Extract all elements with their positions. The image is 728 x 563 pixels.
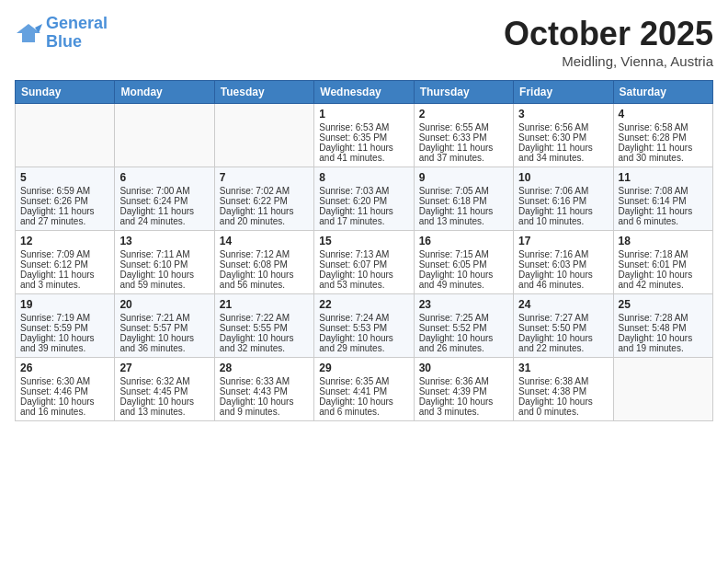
day-info-line: Daylight: 11 hours <box>419 143 508 153</box>
day-number: 27 <box>119 362 209 374</box>
day-info-line: Sunrise: 7:09 AM <box>20 249 109 259</box>
day-info-line: Sunrise: 6:32 AM <box>119 376 209 386</box>
day-info-line: and 39 minutes. <box>20 343 109 353</box>
day-info-line: Sunset: 4:43 PM <box>220 386 309 396</box>
calendar-cell: 14Sunrise: 7:12 AMSunset: 6:08 PMDayligh… <box>214 231 313 294</box>
day-info-line: and 24 minutes. <box>119 216 209 226</box>
logo-bird-icon <box>15 20 42 46</box>
calendar-cell: 27Sunrise: 6:32 AMSunset: 4:45 PMDayligh… <box>115 358 214 421</box>
day-info-line: Sunrise: 7:13 AM <box>319 249 408 259</box>
day-number: 15 <box>319 235 408 247</box>
day-info-line: Sunset: 6:28 PM <box>619 132 708 143</box>
day-info-line: Sunset: 5:55 PM <box>220 323 309 333</box>
calendar-cell: 13Sunrise: 7:11 AMSunset: 6:10 PMDayligh… <box>115 231 214 294</box>
page-header: GeneralBlue October 2025 Meidling, Vienn… <box>15 15 713 69</box>
calendar-cell: 1Sunrise: 6:53 AMSunset: 6:35 PMDaylight… <box>314 104 414 167</box>
day-info-line: Daylight: 11 hours <box>518 206 608 216</box>
calendar-cell: 9Sunrise: 7:05 AMSunset: 6:18 PMDaylight… <box>414 167 513 231</box>
day-info-line: Sunset: 4:41 PM <box>319 386 408 396</box>
day-info-line: Sunset: 6:01 PM <box>619 259 708 270</box>
day-number: 11 <box>619 171 708 184</box>
day-info-line: Sunset: 6:26 PM <box>20 196 109 206</box>
day-info-line: and 49 minutes. <box>419 280 508 290</box>
day-info-line: Daylight: 10 hours <box>319 270 408 280</box>
day-info-line: Sunset: 6:08 PM <box>220 259 309 270</box>
day-number: 14 <box>220 235 309 247</box>
day-number: 5 <box>20 171 109 184</box>
day-info-line: Sunset: 6:07 PM <box>319 259 408 270</box>
calendar-cell: 5Sunrise: 6:59 AMSunset: 6:26 PMDaylight… <box>16 167 115 231</box>
day-info-line: Sunset: 4:46 PM <box>20 386 109 396</box>
day-info-line: Daylight: 10 hours <box>20 396 109 407</box>
calendar-cell: 3Sunrise: 6:56 AMSunset: 6:30 PMDaylight… <box>514 104 613 167</box>
day-number: 22 <box>319 298 408 311</box>
day-info-line: Sunset: 6:16 PM <box>518 196 608 206</box>
calendar-cell: 7Sunrise: 7:02 AMSunset: 6:22 PMDaylight… <box>214 167 313 231</box>
day-number: 19 <box>20 298 109 311</box>
day-info-line: Sunset: 6:12 PM <box>20 259 109 270</box>
calendar-cell <box>214 104 313 167</box>
day-info-line: Daylight: 10 hours <box>119 333 209 343</box>
day-info-line: Sunset: 5:48 PM <box>619 323 708 333</box>
day-number: 2 <box>419 108 508 121</box>
day-info-line: Daylight: 10 hours <box>319 333 408 343</box>
day-info-line: Sunrise: 7:05 AM <box>419 186 508 196</box>
calendar-cell: 10Sunrise: 7:06 AMSunset: 6:16 PMDayligh… <box>514 167 613 231</box>
day-info-line: Sunset: 6:20 PM <box>319 196 408 206</box>
calendar-cell: 4Sunrise: 6:58 AMSunset: 6:28 PMDaylight… <box>613 104 712 167</box>
calendar-cell: 26Sunrise: 6:30 AMSunset: 4:46 PMDayligh… <box>16 358 115 421</box>
calendar-cell <box>16 104 115 167</box>
day-info-line: Daylight: 10 hours <box>619 333 708 343</box>
day-info-line: and 20 minutes. <box>220 216 309 226</box>
week-row-1: 1Sunrise: 6:53 AMSunset: 6:35 PMDaylight… <box>16 104 713 167</box>
header-day-wednesday: Wednesday <box>314 81 414 104</box>
day-number: 17 <box>518 235 608 247</box>
day-number: 21 <box>220 298 309 311</box>
day-info-line: and 32 minutes. <box>220 343 309 353</box>
day-number: 16 <box>419 235 508 247</box>
day-info-line: Sunrise: 7:27 AM <box>518 313 608 323</box>
day-info-line: Sunset: 6:03 PM <box>518 259 608 270</box>
day-info-line: and 59 minutes. <box>119 280 209 290</box>
calendar-cell: 21Sunrise: 7:22 AMSunset: 5:55 PMDayligh… <box>214 294 313 358</box>
location: Meidling, Vienna, Austria <box>504 53 713 69</box>
day-number: 4 <box>619 108 708 121</box>
day-info-line: Sunrise: 6:30 AM <box>20 376 109 386</box>
day-info-line: Daylight: 10 hours <box>518 396 608 407</box>
day-number: 24 <box>518 298 608 311</box>
calendar-cell: 17Sunrise: 7:16 AMSunset: 6:03 PMDayligh… <box>514 231 613 294</box>
day-info-line: Sunrise: 6:58 AM <box>619 122 708 132</box>
calendar-cell: 29Sunrise: 6:35 AMSunset: 4:41 PMDayligh… <box>314 358 414 421</box>
day-info-line: Daylight: 10 hours <box>319 396 408 407</box>
day-info-line: Daylight: 10 hours <box>419 270 508 280</box>
calendar-cell: 8Sunrise: 7:03 AMSunset: 6:20 PMDaylight… <box>314 167 414 231</box>
day-info-line: Sunrise: 7:03 AM <box>319 186 408 196</box>
day-number: 7 <box>220 171 309 184</box>
day-info-line: Daylight: 10 hours <box>220 396 309 407</box>
header-day-tuesday: Tuesday <box>214 81 313 104</box>
day-info-line: Sunset: 5:57 PM <box>119 323 209 333</box>
month-title: October 2025 <box>504 15 713 53</box>
calendar-header-row: SundayMondayTuesdayWednesdayThursdayFrid… <box>16 81 713 104</box>
day-info-line: and 6 minutes. <box>319 407 408 417</box>
calendar-cell: 2Sunrise: 6:55 AMSunset: 6:33 PMDaylight… <box>414 104 513 167</box>
day-info-line: Sunset: 4:38 PM <box>518 386 608 396</box>
day-info-line: Sunset: 5:59 PM <box>20 323 109 333</box>
calendar-cell: 11Sunrise: 7:08 AMSunset: 6:14 PMDayligh… <box>613 167 712 231</box>
day-number: 31 <box>518 362 608 374</box>
day-info-line: Sunrise: 6:36 AM <box>419 376 508 386</box>
day-info-line: and 36 minutes. <box>119 343 209 353</box>
day-info-line: Sunrise: 7:18 AM <box>619 249 708 259</box>
calendar-cell: 30Sunrise: 6:36 AMSunset: 4:39 PMDayligh… <box>414 358 513 421</box>
day-info-line: Daylight: 10 hours <box>20 333 109 343</box>
day-info-line: and 46 minutes. <box>518 280 608 290</box>
header-day-sunday: Sunday <box>16 81 115 104</box>
calendar-cell <box>613 358 712 421</box>
day-info-line: Sunrise: 6:53 AM <box>319 122 408 132</box>
day-info-line: Daylight: 10 hours <box>119 270 209 280</box>
day-info-line: and 22 minutes. <box>518 343 608 353</box>
header-day-friday: Friday <box>514 81 613 104</box>
day-info-line: Daylight: 11 hours <box>119 206 209 216</box>
day-number: 25 <box>619 298 708 311</box>
day-info-line: Sunrise: 7:11 AM <box>119 249 209 259</box>
